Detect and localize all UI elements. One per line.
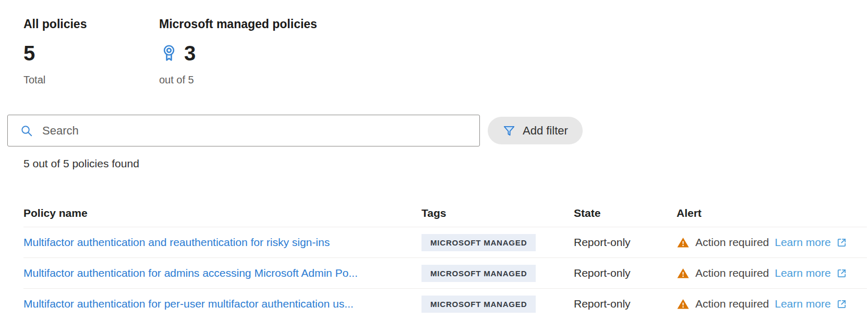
policy-name-link[interactable]: Multifactor authentication and reauthent… bbox=[23, 236, 421, 249]
managed-policies-count: 3 bbox=[184, 41, 196, 66]
all-policies-title: All policies bbox=[23, 16, 159, 32]
learn-more-label: Learn more bbox=[775, 236, 830, 249]
external-link-icon bbox=[836, 298, 848, 310]
alert-text: Action required bbox=[695, 298, 769, 310]
warning-triangle-icon bbox=[677, 298, 690, 311]
summary-cards: All policies 5 Total Microsoft managed p… bbox=[23, 16, 868, 87]
search-box bbox=[7, 115, 480, 146]
table-header-row: Policy name Tags State Alert bbox=[23, 200, 867, 227]
column-header-state: State bbox=[574, 207, 677, 219]
external-link-icon bbox=[836, 267, 848, 279]
learn-more-link[interactable]: Learn more bbox=[775, 236, 847, 249]
funnel-icon bbox=[502, 124, 516, 138]
policy-name-link[interactable]: Multifactor authentication for per-user … bbox=[23, 298, 421, 310]
table-row: Multifactor authentication for per-user … bbox=[23, 289, 867, 319]
learn-more-label: Learn more bbox=[775, 298, 830, 310]
ribbon-icon bbox=[159, 43, 179, 63]
managed-policies-caption: out of 5 bbox=[159, 73, 317, 87]
add-filter-label: Add filter bbox=[523, 124, 568, 138]
conditional-access-policies-page: All policies 5 Total Microsoft managed p… bbox=[0, 0, 868, 319]
toolbar: Add filter bbox=[7, 115, 868, 146]
table-row: Multifactor authentication and reauthent… bbox=[23, 227, 867, 258]
policy-state: Report-only bbox=[574, 298, 677, 310]
microsoft-managed-badge: MICROSOFT MANAGED bbox=[421, 296, 536, 313]
alert-text: Action required bbox=[695, 267, 769, 279]
policies-table: Policy name Tags State Alert Multifactor… bbox=[23, 200, 867, 319]
add-filter-button[interactable]: Add filter bbox=[488, 117, 583, 144]
all-policies-card: All policies 5 Total bbox=[23, 16, 159, 87]
policy-state: Report-only bbox=[574, 236, 677, 249]
warning-triangle-icon bbox=[677, 236, 690, 249]
managed-policies-title: Microsoft managed policies bbox=[159, 16, 317, 32]
policy-name-link[interactable]: Multifactor authentication for admins ac… bbox=[23, 267, 421, 279]
managed-policies-card: Microsoft managed policies 3 out of 5 bbox=[159, 16, 317, 87]
search-icon bbox=[20, 124, 33, 138]
microsoft-managed-badge: MICROSOFT MANAGED bbox=[421, 265, 536, 282]
learn-more-link[interactable]: Learn more bbox=[775, 267, 847, 279]
learn-more-link[interactable]: Learn more bbox=[775, 298, 847, 310]
column-header-alert: Alert bbox=[677, 207, 867, 219]
search-input[interactable] bbox=[7, 115, 480, 146]
table-row: Multifactor authentication for admins ac… bbox=[23, 258, 867, 289]
warning-triangle-icon bbox=[677, 267, 690, 280]
microsoft-managed-badge: MICROSOFT MANAGED bbox=[421, 234, 536, 251]
policy-state: Report-only bbox=[574, 267, 677, 279]
learn-more-label: Learn more bbox=[775, 267, 830, 279]
external-link-icon bbox=[836, 237, 848, 249]
alert-text: Action required bbox=[695, 236, 769, 249]
column-header-policy-name: Policy name bbox=[23, 207, 421, 219]
all-policies-caption: Total bbox=[23, 73, 159, 87]
results-count: 5 out of 5 policies found bbox=[23, 157, 868, 170]
column-header-tags: Tags bbox=[421, 207, 574, 219]
all-policies-count: 5 bbox=[23, 41, 35, 66]
